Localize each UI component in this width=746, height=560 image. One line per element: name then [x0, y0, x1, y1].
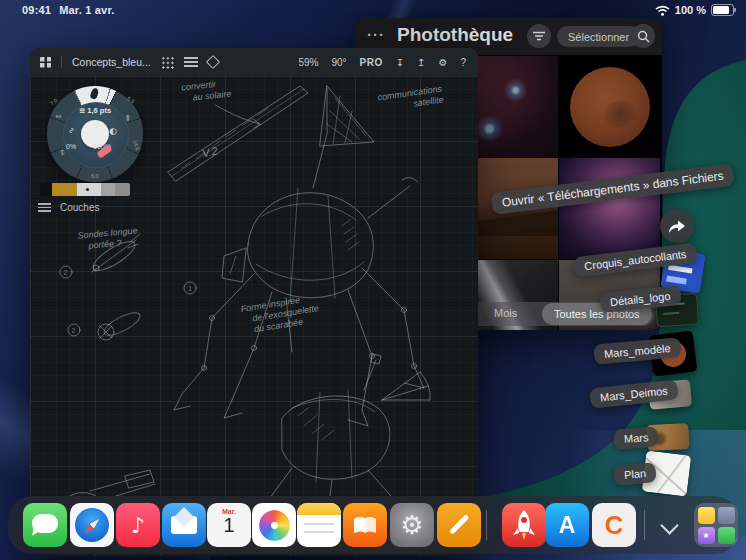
clock: 09:41 [22, 4, 51, 16]
app-library-tile [718, 527, 735, 544]
filter-button[interactable] [527, 24, 551, 48]
document-title[interactable]: Concepts_bleu... [72, 56, 151, 68]
dock-chevron-down[interactable] [660, 518, 680, 534]
opacity-half-icon: ◐ [109, 126, 117, 136]
forward-arrow-icon [668, 219, 686, 234]
dock-app-settings[interactable]: ⚙ [390, 503, 434, 547]
select-button[interactable]: Sélectionner [557, 26, 640, 47]
layers-button[interactable]: Couches [38, 202, 99, 213]
color-swatch-dark-gray[interactable] [115, 183, 130, 196]
dock-app-messages[interactable] [23, 503, 67, 547]
gallery-grid-icon[interactable] [40, 57, 51, 68]
dock-app-library[interactable]: ★ [694, 503, 738, 547]
svg-text:2: 2 [72, 327, 76, 334]
pencil-icon [449, 514, 469, 534]
dock-app-calendar[interactable]: Mar. 1 [207, 503, 251, 547]
dock-app-appstore[interactable]: A [545, 503, 589, 547]
svg-text:1: 1 [188, 285, 192, 292]
notes-band-icon [297, 503, 341, 515]
tool-wheel[interactable]: 7.0 5.5 14.5 6.0 ∿ ✎ ∿ ≡ 1,6 pts ∿ ◐ 0% … [47, 86, 143, 182]
battery-percent: 100 % [675, 4, 706, 16]
toolbar-divider [61, 56, 62, 68]
color-palette-strip[interactable] [40, 183, 130, 196]
open-book-icon [350, 515, 380, 535]
pro-badge[interactable]: PRO [360, 57, 383, 68]
app-library-tile: ★ [698, 527, 715, 544]
messages-bubble-icon [32, 514, 58, 533]
app-library-tile [718, 507, 735, 524]
layers-panel-icon[interactable] [184, 57, 198, 67]
music-note-icon: ♪ [131, 513, 145, 538]
dock-divider [644, 510, 645, 540]
import-icon[interactable]: ↧ [396, 57, 404, 68]
tab-months[interactable]: Mois [494, 307, 517, 319]
wifi-icon [655, 5, 670, 16]
appstore-a-icon: A [559, 512, 576, 539]
tool-size-label: 6.0 [91, 173, 99, 179]
layers-menu-icon [38, 203, 51, 212]
photos-flower-icon [259, 510, 290, 541]
dock-app-concepts[interactable]: C [592, 503, 636, 547]
export-icon[interactable]: ↥ [417, 57, 425, 68]
app-library-tile [698, 507, 715, 524]
shape-guide-icon[interactable] [206, 55, 220, 69]
color-swatch-black[interactable] [40, 183, 52, 196]
help-button[interactable]: ? [460, 57, 466, 68]
calendar-day: 1 [207, 515, 251, 535]
search-button[interactable] [631, 24, 655, 48]
settings-gear-icon[interactable]: ⚙ [438, 57, 447, 68]
filter-icon [533, 31, 545, 41]
date: Mar. 1 avr. [59, 4, 114, 16]
zoom-level[interactable]: 59% [298, 57, 318, 68]
concepts-window: Concepts_bleu... 59% 90° PRO ↧ ↥ ⚙ ? [30, 48, 478, 556]
drag-label-mars[interactable]: Mars [613, 426, 659, 449]
drag-label-plan[interactable]: Plan [613, 462, 657, 486]
share-forward-button[interactable] [660, 209, 694, 243]
color-swatch-gray[interactable] [101, 183, 115, 196]
dock-app-pencil[interactable] [437, 503, 481, 547]
gear-icon: ⚙ [400, 510, 423, 540]
dock-app-rocket[interactable] [502, 503, 546, 547]
search-icon [637, 30, 650, 43]
more-options-button[interactable]: ··· [367, 26, 385, 43]
dock-app-music[interactable]: ♪ [116, 503, 160, 547]
photos-title: Photothèque [397, 24, 513, 46]
smoothing-icon: ∿ [67, 127, 76, 134]
color-swatch-gold[interactable] [52, 183, 77, 196]
status-bar: 09:41 Mar. 1 avr. 100 % [0, 0, 746, 20]
stroke-size-value: ≡ 1,6 pts [47, 106, 143, 115]
color-swatch-light-gray[interactable] [77, 183, 101, 196]
rocket-icon [502, 503, 546, 547]
dock-app-mail[interactable] [162, 503, 206, 547]
dock-app-notes[interactable] [297, 503, 341, 547]
min-opacity-label: 0% [66, 143, 76, 150]
battery-icon [711, 4, 734, 16]
concepts-c-icon: C [605, 510, 624, 541]
dock-app-safari[interactable] [70, 503, 114, 547]
mail-envelope-icon [171, 516, 197, 534]
dock-divider [486, 510, 487, 540]
svg-text:2: 2 [64, 269, 68, 276]
concepts-toolbar: Concepts_bleu... 59% 90° PRO ↧ ↥ ⚙ ? [30, 48, 478, 76]
rotation-angle[interactable]: 90° [331, 57, 346, 68]
dock: ♪ Mar. 1 ⚙ A C [8, 496, 738, 554]
precision-grid-icon[interactable] [161, 56, 174, 69]
dock-app-photos[interactable] [252, 503, 296, 547]
chevron-down-icon [660, 516, 678, 534]
layers-label: Couches [60, 202, 99, 213]
dock-app-books[interactable] [343, 503, 387, 547]
ipad-screen: ··· Photothèque Sélectionner Mois Toutes… [0, 0, 746, 560]
